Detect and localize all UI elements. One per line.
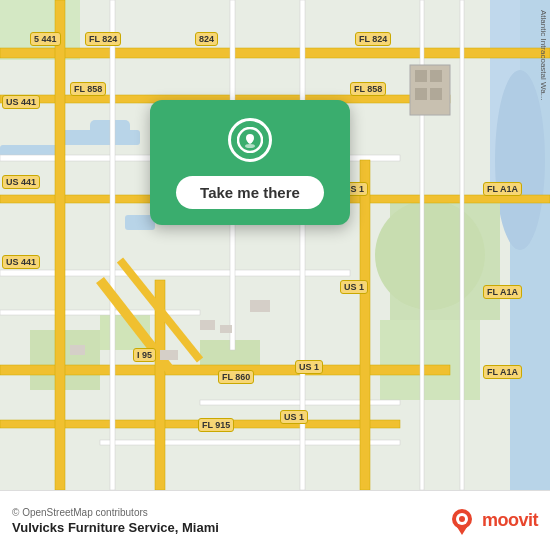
svg-rect-22 [0,310,200,315]
road-label-fl858: FL 858 [70,82,106,96]
svg-rect-6 [380,320,480,400]
svg-rect-21 [0,270,350,276]
svg-rect-32 [460,0,464,490]
svg-rect-43 [415,88,427,100]
attribution-text: © OpenStreetMap contributors [12,507,219,518]
map: 5 441 FL 824 824 FL 824 FL 858 FL 858 US… [0,0,550,490]
road-label-fla1a-1: FL A1A [483,182,522,196]
road-label-us1-2: US 1 [340,280,368,294]
bottom-bar: © OpenStreetMap contributors Vulvicks Fu… [0,490,550,550]
road-label-fla1a-3: FL A1A [483,365,522,379]
svg-point-7 [375,200,485,310]
svg-rect-44 [430,88,442,100]
svg-rect-30 [110,0,115,490]
moovit-text: moovit [482,510,538,531]
svg-point-46 [246,134,254,142]
svg-rect-15 [0,48,550,58]
road-label-fl915: FL 915 [198,418,234,432]
svg-point-47 [245,144,255,148]
atlantic-label: Atlantic Intracoastal Wa... [539,10,548,100]
svg-marker-51 [457,527,467,535]
road-label-824-mid: 824 [195,32,218,46]
road-label-fl860: FL 860 [218,370,254,384]
road-label-us1-4: US 1 [280,410,308,424]
popup-card: Take me there [150,100,350,225]
road-label-fl824-left: FL 824 [85,32,121,46]
moovit-logo: moovit [446,505,538,537]
svg-rect-24 [100,440,400,445]
moovit-pin-icon [446,505,478,537]
svg-rect-35 [200,320,215,330]
road-label-fla1a-2: FL A1A [483,285,522,299]
road-label-i95: I 95 [133,348,156,362]
svg-rect-37 [250,300,270,312]
svg-point-3 [495,70,545,250]
road-label-fl441: 5 441 [30,32,61,46]
location-pin-icon [228,118,272,162]
road-label-us441-1: US 441 [2,95,40,109]
road-label-us441-3: US 441 [2,255,40,269]
location-name: Vulvicks Furniture Service, Miami [12,520,219,535]
take-me-there-button[interactable]: Take me there [176,176,324,209]
svg-rect-42 [430,70,442,82]
road-label-us441-2: US 441 [2,175,40,189]
svg-rect-25 [55,0,65,490]
svg-rect-38 [70,345,85,355]
svg-rect-26 [360,160,370,490]
road-label-us1-3: US 1 [295,360,323,374]
bottom-info: © OpenStreetMap contributors Vulvicks Fu… [12,507,219,535]
svg-rect-36 [220,325,232,333]
svg-rect-12 [60,130,140,145]
road-label-fl858-r: FL 858 [350,82,386,96]
svg-point-50 [459,516,465,522]
road-label-fl824-right: FL 824 [355,32,391,46]
svg-rect-39 [160,350,178,360]
svg-rect-41 [415,70,427,82]
